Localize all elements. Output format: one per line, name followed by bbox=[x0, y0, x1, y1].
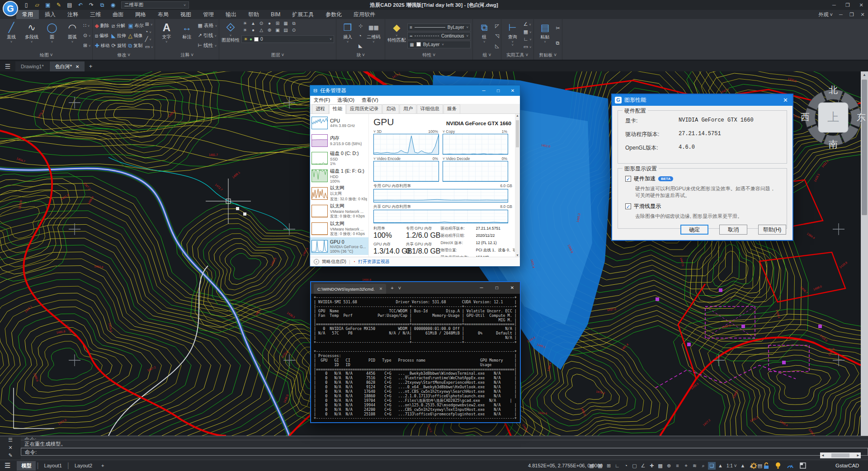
gstarcad-logo-icon[interactable]: G bbox=[3, 1, 18, 16]
layer-tool-icon[interactable]: ☀ bbox=[241, 28, 249, 34]
layer-tool-icon[interactable]: ▣ bbox=[274, 28, 281, 34]
tm-scroll-up-icon[interactable]: ▲ bbox=[515, 114, 520, 117]
3d-snap-icon[interactable]: ✚ bbox=[648, 462, 656, 470]
tool-分解[interactable]: ⧄分解 bbox=[111, 21, 126, 31]
view-compass[interactable]: 北南西东上 bbox=[798, 81, 868, 154]
polar-tracking-icon[interactable]: ◔ bbox=[622, 462, 630, 470]
new-drawing-tab-button[interactable]: + bbox=[85, 61, 96, 71]
perf-item-磁盘 0 (C: D:)[interactable]: 磁盘 0 (C: D:)SSD1% bbox=[310, 149, 368, 167]
layer-tool-icon[interactable]: ⊞ bbox=[274, 21, 281, 28]
tool-直线[interactable]: ╱直线˅ bbox=[2, 20, 21, 52]
group-extra-icon[interactable]: ◸ bbox=[495, 23, 499, 29]
command-cancel-icon[interactable]: ✕ bbox=[8, 444, 12, 452]
perf-item-内存[interactable]: 内存9.2/15.9 GB (58%) bbox=[310, 132, 368, 149]
layer-tool-icon[interactable]: ● bbox=[250, 28, 257, 34]
save-as-icon[interactable]: ✎ bbox=[54, 1, 63, 9]
group-extra-icon[interactable]: ◺ bbox=[495, 43, 499, 49]
minimize-icon[interactable]: ─ bbox=[835, 10, 846, 19]
unlock-icon[interactable] bbox=[763, 462, 769, 469]
scroll-up-icon[interactable]: ▲ bbox=[861, 71, 868, 78]
bulb-icon[interactable] bbox=[775, 462, 781, 469]
panel-label-utils[interactable]: 实用工具 ˅ bbox=[501, 52, 533, 60]
ribbon-tab-网格[interactable]: 网格 bbox=[129, 10, 152, 19]
redo-icon[interactable]: ↷ bbox=[87, 1, 96, 9]
terminal-tab[interactable]: C:\WINDOWS\system32\cmd. ✕ bbox=[314, 284, 386, 294]
ribbon-tab-输出[interactable]: 输出 bbox=[220, 10, 242, 19]
minimize-icon[interactable]: ─ bbox=[476, 85, 491, 96]
modify-extra-icon[interactable]: ▭ ˅ bbox=[145, 44, 153, 50]
angle-snap-icon[interactable]: ∠ bbox=[639, 462, 647, 470]
layer-dropdown[interactable]: ☀●0˅ bbox=[241, 35, 334, 43]
tm-menu-文件(F)[interactable]: 文件(F) bbox=[310, 97, 334, 104]
collapse-icon[interactable]: ˄ bbox=[314, 259, 319, 264]
close-icon[interactable]: ✕ bbox=[505, 282, 520, 294]
status-menu-icon[interactable]: ☰ bbox=[5, 462, 10, 470]
ribbon-tab-三维[interactable]: 三维 bbox=[84, 10, 107, 19]
workspace-dropdown[interactable]: 二维草图 ˅ bbox=[121, 1, 189, 9]
layout-tab-Layout2[interactable]: Layout2 bbox=[70, 462, 97, 470]
close-icon[interactable]: ✕ bbox=[857, 10, 868, 19]
ribbon-tab-曲面[interactable]: 曲面 bbox=[107, 10, 129, 19]
task-manager-scrollbar[interactable]: ▲ ▼ bbox=[515, 114, 520, 257]
tool-text[interactable]: A文字˅ bbox=[157, 20, 176, 52]
panel-label-annotate[interactable]: 注释 ˅ bbox=[155, 52, 219, 60]
layer-tool-icon[interactable]: ⊙ bbox=[290, 28, 297, 34]
dialog-button-确定[interactable]: 确定 bbox=[680, 225, 708, 235]
ribbon-tab-管理[interactable]: 管理 bbox=[197, 10, 220, 19]
utils-extra-icon[interactable]: ▦ ˅ bbox=[524, 29, 532, 35]
performance-gauge-icon[interactable] bbox=[787, 462, 794, 469]
tm-tab-服务[interactable]: 服务 bbox=[443, 104, 460, 113]
tm-scroll-down-icon[interactable]: ▼ bbox=[515, 254, 520, 257]
ribbon-tab-布局[interactable]: 布局 bbox=[152, 10, 175, 19]
block-extra-icon[interactable]: ◔ bbox=[359, 33, 363, 39]
task-manager-title-bar[interactable]: ⊟ 任务管理器 ─□✕ bbox=[310, 85, 520, 96]
perf-item-磁盘 1 (E: F: G:)[interactable]: 磁盘 1 (E: F: G:)HDD100% bbox=[310, 167, 368, 184]
minimize-icon[interactable]: ─ bbox=[474, 282, 489, 294]
tool-旋转[interactable]: ⟳旋转 bbox=[111, 41, 126, 51]
tool-圆[interactable]: ◯圆˅ bbox=[42, 20, 61, 52]
property-dropdown-0[interactable]: ≡ByLayer˅ bbox=[407, 24, 471, 31]
selection-cycling-icon[interactable]: ⌕ bbox=[699, 462, 707, 470]
hardware-accel-icon[interactable]: ❏ bbox=[708, 462, 716, 470]
ribbon-tab-常用[interactable]: 常用 bbox=[16, 10, 39, 19]
panel-label-group[interactable]: 组 ˅ bbox=[473, 52, 500, 60]
utils-extra-icon[interactable]: ∟ ˅ bbox=[524, 36, 532, 42]
annotation-icon[interactable]: ▲ bbox=[717, 462, 724, 470]
ribbon-tab-应用软件[interactable]: 应用软件 bbox=[348, 10, 381, 19]
open-folder-icon[interactable]: ▱ bbox=[33, 1, 42, 9]
modify-extra-icon[interactable]: ◔ ˅ bbox=[145, 29, 153, 35]
annotation-scale[interactable]: 1:1 ˅ bbox=[725, 462, 738, 470]
tool-inquiry[interactable]: ⊢查询˅˅ bbox=[503, 20, 522, 52]
hardware-accel-checkbox[interactable]: ✓ bbox=[625, 176, 631, 182]
layer-tool-icon[interactable]: ⧉ bbox=[290, 21, 297, 28]
tool-insert-block[interactable]: ❒插入˅ bbox=[338, 20, 357, 52]
open-resource-monitor-link[interactable]: 打开资源监视器 bbox=[358, 259, 390, 265]
close-icon[interactable]: ✕ bbox=[854, 0, 868, 10]
perf-item-GPU 0[interactable]: GPU 0NVIDIA GeForce G...100% (36 °C) bbox=[310, 237, 368, 255]
tool-layer-properties[interactable]: ⟐˅图层特性 bbox=[221, 20, 240, 52]
tool-移动[interactable]: ✚移动 bbox=[94, 41, 109, 51]
add-layout-button[interactable]: + bbox=[97, 462, 108, 470]
fullscreen-icon[interactable] bbox=[800, 462, 806, 469]
snap-icon[interactable]: ⊞ bbox=[605, 462, 613, 470]
block-extra-icon[interactable]: ⊹ bbox=[359, 23, 363, 29]
ribbon-tab-插入[interactable]: 插入 bbox=[39, 10, 61, 19]
smooth-line-checkbox[interactable]: ✓ bbox=[625, 203, 631, 209]
tm-menu-选项(O)[interactable]: 选项(O) bbox=[334, 97, 358, 104]
print-icon[interactable]: ▤ bbox=[65, 1, 74, 9]
lineweight-icon[interactable]: ≡ bbox=[674, 462, 681, 470]
layer-tool-icon[interactable]: ⊕ bbox=[266, 28, 273, 34]
panel-label-clipboard[interactable]: 剪贴板 ˅ bbox=[534, 52, 562, 60]
minimize-icon[interactable]: ─ bbox=[827, 0, 841, 10]
appearance-dropdown[interactable]: 外观 ˅ bbox=[819, 11, 833, 18]
snap-grid-icon[interactable]: ▦ bbox=[596, 462, 604, 470]
group-extra-icon[interactable]: ◹ bbox=[495, 33, 499, 39]
ribbon-tab-扩展工具[interactable]: 扩展工具 bbox=[286, 10, 320, 19]
tool-match-properties[interactable]: ◆˅特性匹配 bbox=[387, 20, 406, 52]
workspace-icon[interactable]: ⧉ bbox=[98, 1, 107, 9]
restore-icon[interactable]: □ bbox=[491, 85, 505, 96]
ribbon-tab-视图[interactable]: 视图 bbox=[175, 10, 197, 19]
panel-label-blocks[interactable]: 块 ˅ bbox=[336, 52, 385, 60]
command-scrollbar[interactable]: ◄► bbox=[820, 452, 861, 458]
tool-圆弧[interactable]: ◠圆弧˅ bbox=[63, 20, 82, 52]
